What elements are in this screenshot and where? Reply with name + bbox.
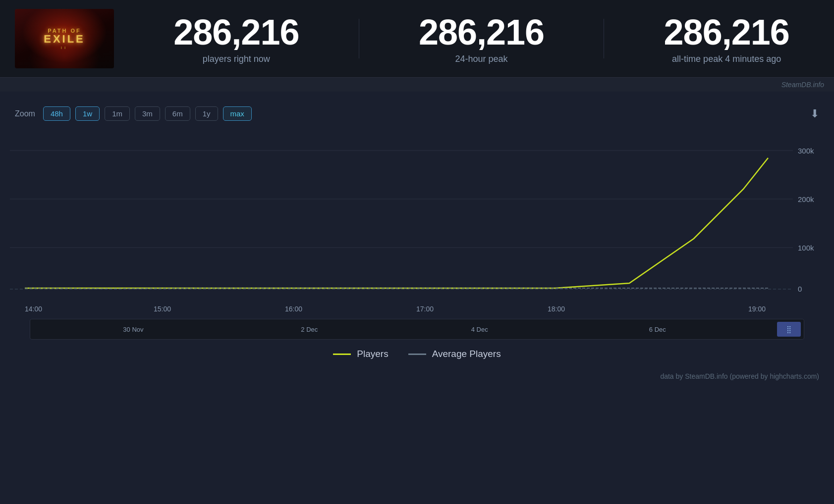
stat-alltime-label: all-time peak 4 minutes ago — [672, 54, 781, 64]
chart-area: 300k 200k 100k 0 14:00 15:00 16:00 17:00… — [0, 126, 834, 316]
timeline-label-2dec: 2 Dec — [301, 326, 318, 333]
svg-text:300k: 300k — [798, 147, 814, 155]
zoom-1y-button[interactable]: 1y — [195, 106, 218, 121]
svg-text:19:00: 19:00 — [748, 305, 766, 313]
footer-attribution: data by SteamDB.info (powered by highcha… — [0, 368, 834, 388]
zoom-6m-button[interactable]: 6m — [165, 106, 190, 121]
legend-players-label: Players — [357, 349, 388, 359]
steamdb-attribution-text: SteamDB.info — [781, 81, 824, 89]
game-logo-main: EXILE — [44, 34, 85, 45]
zoom-48h-button[interactable]: 48h — [43, 106, 70, 121]
stat-divider-1 — [359, 19, 359, 58]
stat-current-number: 286,216 — [173, 13, 299, 52]
legend-avg-players-line — [408, 353, 426, 355]
download-button[interactable]: ⬇ — [810, 107, 819, 120]
legend-avg-players-label: Average Players — [432, 349, 501, 359]
svg-text:18:00: 18:00 — [548, 305, 565, 313]
svg-text:17:00: 17:00 — [416, 305, 434, 313]
chart-legend: Players Average Players — [0, 340, 834, 368]
timeline-section: 30 Nov 2 Dec 4 Dec 6 Dec ⣿ — [0, 316, 834, 340]
stat-24h-label: 24-hour peak — [455, 54, 507, 64]
footer-attribution-text: data by SteamDB.info (powered by highcha… — [660, 372, 819, 380]
svg-text:0: 0 — [798, 285, 802, 293]
steamdb-attribution: SteamDB.info — [0, 78, 834, 92]
zoom-1m-button[interactable]: 1m — [105, 106, 130, 121]
svg-text:16:00: 16:00 — [285, 305, 302, 313]
zoom-3m-button[interactable]: 3m — [135, 106, 160, 121]
game-logo-sub: II — [61, 46, 68, 50]
stat-24h-number: 286,216 — [419, 13, 544, 52]
timeline-label-30nov: 30 Nov — [123, 326, 143, 333]
timeline-track[interactable]: 30 Nov 2 Dec 4 Dec 6 Dec ⣿ — [30, 319, 804, 340]
stat-24h-peak: 286,216 24-hour peak — [389, 13, 574, 64]
legend-players: Players — [333, 349, 388, 359]
timeline-handle[interactable]: ⣿ — [777, 322, 801, 337]
legend-avg-players: Average Players — [408, 349, 501, 359]
zoom-label: Zoom — [15, 109, 35, 118]
zoom-max-button[interactable]: max — [223, 106, 252, 121]
zoom-bar: Zoom 48h 1w 1m 3m 6m 1y max ⬇ — [0, 101, 834, 126]
download-icon: ⬇ — [810, 107, 819, 120]
legend-players-line — [333, 353, 351, 355]
game-thumbnail: PATH OF EXILE II — [15, 9, 114, 68]
stat-divider-2 — [604, 19, 604, 58]
timeline-label-6dec: 6 Dec — [649, 326, 666, 333]
timeline-label-4dec: 4 Dec — [471, 326, 488, 333]
zoom-1w-button[interactable]: 1w — [75, 106, 100, 121]
svg-text:15:00: 15:00 — [154, 305, 171, 313]
svg-text:14:00: 14:00 — [25, 305, 42, 313]
chart-container: Zoom 48h 1w 1m 3m 6m 1y max ⬇ 300k 200k — [0, 92, 834, 388]
stat-current-players: 286,216 players right now — [144, 13, 329, 64]
chart-svg: 300k 200k 100k 0 14:00 15:00 16:00 17:00… — [10, 126, 824, 314]
svg-text:200k: 200k — [798, 195, 814, 203]
stat-current-label: players right now — [203, 54, 270, 64]
stat-alltime-peak: 286,216 all-time peak 4 minutes ago — [634, 13, 819, 64]
stat-alltime-number: 286,216 — [664, 13, 789, 52]
svg-text:100k: 100k — [798, 244, 814, 252]
timeline-handle-icon: ⣿ — [786, 325, 791, 333]
svg-rect-0 — [10, 126, 824, 314]
header-section: PATH OF EXILE II 286,216 players right n… — [0, 0, 834, 78]
